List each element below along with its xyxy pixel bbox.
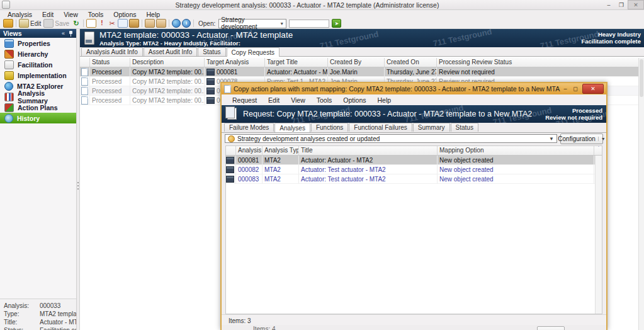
paste-icon[interactable] [129, 19, 139, 28]
filter-funnel-icon[interactable] [594, 146, 602, 155]
dialog-maximize-icon[interactable]: ◻ [570, 85, 580, 93]
column-created-on[interactable]: Created On [385, 58, 437, 67]
column-description[interactable]: Description [130, 58, 205, 67]
new-page-icon[interactable] [86, 19, 96, 28]
chevron-down-icon: ▼ [280, 21, 284, 26]
application-window: Strategy development analysis: 000033 - … [0, 0, 644, 330]
table-row[interactable]: 000081 MTA2 Actuator: Actuator - MTA2 Ne… [226, 156, 602, 165]
dialog-menu-view[interactable]: View [285, 96, 311, 104]
tab-dialog-status[interactable]: Status [451, 123, 478, 132]
go-arrow-button[interactable]: ➤ [332, 19, 341, 28]
column-target-title[interactable]: Target Title [265, 58, 328, 67]
partial-button[interactable] [537, 326, 565, 330]
info-value: Actuator - MTA2 te [40, 319, 76, 326]
dialog-tabbar: Failure Modes Analyses Functions Functio… [222, 123, 606, 133]
edit-pencil-icon[interactable] [19, 19, 29, 28]
analysis-info-panel: Analysis:000033 Type:MTA2 template Title… [0, 299, 76, 330]
menu-analysis[interactable]: Analysis [3, 11, 37, 18]
chevron-down-icon: ▼ [549, 136, 554, 142]
globe-icon[interactable] [172, 19, 181, 28]
tab-functional-failures[interactable]: Functional Failures [349, 123, 412, 132]
sidebar-item-facilitation[interactable]: Facilitation [0, 59, 76, 70]
column-processing-review-status[interactable]: Processing Review Status [437, 58, 638, 67]
cell-analysis-type: MTA2 [263, 156, 299, 164]
vertical-scrollbar[interactable] [595, 156, 602, 314]
column-title[interactable]: Title [299, 146, 438, 155]
collapse-icon[interactable]: « [62, 30, 65, 37]
menu-edit[interactable]: Edit [37, 11, 59, 18]
vertical-scrollbar[interactable] [638, 58, 644, 330]
cell-analysis-type: MTA2 [263, 174, 299, 183]
info-icon[interactable]: i [182, 19, 191, 28]
open-folder-icon[interactable] [3, 19, 13, 28]
column-target-analysis[interactable]: Target Analysis [205, 58, 265, 67]
history-clock-icon [4, 114, 13, 123]
refresh-icon[interactable]: ↻ [72, 20, 81, 27]
menu-tools[interactable]: Tools [83, 11, 109, 18]
edit-button[interactable]: Edit [30, 20, 41, 27]
configuration-label: Configuration [558, 135, 595, 142]
dialog-minimize-icon[interactable]: – [560, 85, 570, 93]
dialog-menu-help[interactable]: Help [371, 96, 397, 104]
tab-functions[interactable]: Functions [311, 123, 348, 132]
icon-column-header[interactable] [226, 146, 236, 155]
column-mapping-option[interactable]: Mapping Option [438, 146, 594, 155]
tab-summary[interactable]: Summary [413, 123, 450, 132]
tab-status[interactable]: Status [198, 47, 225, 56]
dialog-menu-request[interactable]: Request [227, 96, 263, 104]
tab-failure-modes[interactable]: Failure Modes [224, 123, 274, 132]
chart-icon [4, 93, 14, 101]
facilitation-icon [4, 60, 14, 69]
sidebar-item-history[interactable]: History [0, 113, 76, 123]
copy-icon[interactable] [118, 19, 128, 28]
main-tabbar: Analysis Audit Info Asset Audit Info Sta… [80, 47, 644, 57]
dialog-menu-tools[interactable]: Tools [311, 96, 338, 104]
column-analysis[interactable]: Analysis [236, 146, 263, 155]
dialog-menu-edit[interactable]: Edit [263, 96, 285, 104]
sidebar-item-implementation[interactable]: Implementation [0, 70, 76, 81]
close-icon[interactable]: ✕ [628, 0, 644, 9]
hierarchy-icon [4, 50, 14, 59]
exclamation-icon[interactable]: ! [98, 20, 106, 27]
menu-view[interactable]: View [59, 11, 83, 18]
tab-asset-audit-info[interactable]: Asset Audit Info [144, 47, 198, 56]
app-icon [2, 1, 10, 9]
menu-help[interactable]: Help [141, 11, 165, 18]
restore-icon[interactable]: ❐ [615, 1, 628, 9]
request-status-processed: Processed [572, 107, 602, 114]
scrollbar-thumb[interactable] [640, 59, 643, 97]
quick-open-input[interactable] [289, 20, 329, 28]
table-row[interactable]: 000083 MTA2 Actuator: Test actuator - MT… [226, 174, 602, 184]
cell-created-by: Joe.Marin [328, 67, 385, 76]
tab-analysis-audit-info[interactable]: Analysis Audit Info [81, 47, 143, 56]
sidebar-item-hierarchy[interactable]: Hierarchy [0, 48, 76, 59]
cell-title: Actuator: Test actuator - MTA2 [299, 165, 438, 174]
sidebar-item-properties[interactable]: Properties [0, 38, 76, 48]
minimize-icon[interactable]: – [602, 1, 615, 9]
views-sidebar: Views « Properties Hierarchy Facilitatio… [0, 29, 77, 330]
table-row[interactable]: Processed Copy MTA2 template: 00... 0000… [80, 67, 638, 77]
thumbs-down-icon[interactable] [156, 19, 166, 28]
pin-icon[interactable] [69, 31, 73, 37]
save-disk-icon[interactable] [43, 19, 54, 28]
icon-column-header[interactable] [80, 58, 90, 67]
dialog-menu-options[interactable]: Options [337, 96, 371, 104]
analyses-filter-select[interactable]: Strategy development analyses created or… [225, 134, 557, 143]
tab-analyses[interactable]: Analyses [274, 123, 310, 132]
cut-icon[interactable]: ✂ [108, 20, 116, 27]
column-analysis-type[interactable]: Analysis Type [263, 146, 299, 155]
table-row[interactable]: 000082 MTA2 Actuator: Test actuator - MT… [226, 165, 602, 174]
save-button[interactable]: Save [55, 20, 69, 27]
copy-action-plans-dialog: Copy action plans with smart mapping: Co… [220, 82, 607, 330]
menu-options[interactable]: Options [108, 11, 141, 18]
column-created-by[interactable]: Created By [328, 58, 385, 67]
configuration-button[interactable]: Configuration ▼ [560, 134, 603, 144]
action-plans-icon [4, 103, 14, 112]
open-view-select[interactable]: Strategy development ▼ [218, 19, 286, 28]
tab-copy-requests[interactable]: Copy Requests [227, 47, 280, 57]
sidebar-item-analysis-summary[interactable]: Analysis Summary [0, 91, 76, 102]
dialog-close-icon[interactable]: ✕ [582, 84, 604, 94]
thumbs-up-icon[interactable] [145, 19, 155, 28]
column-status[interactable]: Status [90, 58, 130, 67]
cell-status: Processed [90, 77, 130, 86]
